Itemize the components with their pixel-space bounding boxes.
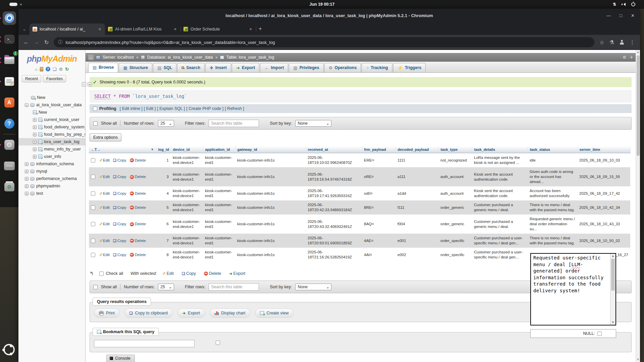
profiling-link-label[interactable]: Edit bbox=[146, 106, 154, 111]
tab-tracking[interactable]: ◔Tracking bbox=[362, 63, 392, 72]
copy-row-link[interactable]: ❏Copy bbox=[113, 158, 126, 163]
number-of-rows-select[interactable]: 25⌄ bbox=[158, 120, 174, 127]
tab-sql[interactable]: ▧SQL bbox=[153, 63, 176, 72]
column-header-application_id[interactable]: application_id bbox=[203, 146, 235, 153]
unlink-panel-icon[interactable]: ∞ bbox=[88, 82, 92, 86]
edit-row-link[interactable]: ✎Edit bbox=[99, 174, 110, 179]
edit-row-link[interactable]: ✎Edit bbox=[99, 252, 110, 257]
row-checkbox[interactable] bbox=[91, 191, 95, 196]
column-header-decoded_payload[interactable]: decoded_payload bbox=[395, 146, 438, 153]
edit-row-link[interactable]: ✎Edit bbox=[99, 205, 110, 210]
sidebar-item-food_delivery_system_log[interactable]: +food_delivery_system_log bbox=[18, 123, 85, 131]
back-icon[interactable]: ← bbox=[23, 39, 29, 45]
check-all-checkbox[interactable] bbox=[99, 272, 104, 276]
browser-titlebar[interactable]: localhost / localhost / ai_lora_kiosk_us… bbox=[18, 9, 640, 22]
collapse-icon[interactable]: − bbox=[25, 103, 29, 107]
sidebar-item-current_kiosk_user[interactable]: +current_kiosk_user bbox=[18, 116, 85, 123]
delete-row-link[interactable]: Delete bbox=[130, 205, 146, 210]
bookmark-public-checkbox[interactable] bbox=[216, 341, 220, 345]
sort-arrow-icon[interactable]: ▼ bbox=[151, 148, 154, 151]
sidebar-item-test[interactable]: +test bbox=[18, 190, 85, 197]
page-settings-gear-icon[interactable]: ⚙ bbox=[623, 55, 626, 60]
copy-to-clipboard-button[interactable]: ❏Copy to clipboard bbox=[124, 308, 173, 318]
profiling-link-label[interactable]: Refresh bbox=[227, 106, 242, 111]
tab-triggers[interactable]: ⚡Triggers bbox=[393, 63, 426, 72]
page-scrollbar[interactable]: ▲ ▼ bbox=[636, 50, 640, 362]
delete-row-link[interactable]: Delete bbox=[130, 158, 146, 163]
sidebar-item-ai_lora_kiosk_user_data[interactable]: −ai_lora_kiosk_user_data bbox=[18, 101, 85, 109]
scrollbar-thumb[interactable] bbox=[611, 259, 615, 291]
collapse-all-icon[interactable]: − bbox=[82, 82, 86, 86]
copy-row-link[interactable]: ❏Copy bbox=[113, 238, 126, 243]
expand-icon[interactable]: + bbox=[25, 184, 29, 188]
recent-button[interactable]: Recent bbox=[22, 75, 41, 82]
dock-ssd-drive-button[interactable]: SSD bbox=[3, 159, 16, 173]
expand-icon[interactable]: + bbox=[33, 118, 37, 122]
profiling-link[interactable]: [ Edit inline ] bbox=[120, 106, 143, 111]
column-header-task_status[interactable]: task_status bbox=[528, 146, 577, 153]
edit-row-link[interactable]: ✎Edit bbox=[99, 238, 110, 243]
clock[interactable]: Jun 19 00:17 bbox=[309, 2, 334, 7]
dock-text-editor-button[interactable] bbox=[3, 75, 16, 88]
refresh-icon[interactable]: ↻ bbox=[65, 67, 69, 71]
network-icon[interactable]: ⇅ bbox=[613, 2, 616, 7]
delete-row-link[interactable]: Delete bbox=[130, 174, 146, 179]
tab-search-chevron-icon[interactable]: ⌄ bbox=[22, 26, 26, 32]
profile-avatar-icon[interactable] bbox=[619, 40, 625, 45]
search-table-input[interactable]: Search this table bbox=[209, 283, 259, 291]
column-header-gateway_id[interactable]: gateway_id bbox=[235, 146, 306, 153]
tab-export[interactable]: ➔Export bbox=[232, 63, 260, 72]
row-checkbox[interactable] bbox=[91, 175, 95, 179]
breadcrumb-back-icon[interactable]: ← bbox=[88, 55, 94, 60]
volume-icon[interactable] bbox=[622, 3, 626, 6]
delete-row-link[interactable]: Delete bbox=[130, 252, 146, 257]
expand-icon[interactable]: ✕ bbox=[628, 54, 634, 60]
sidebar-item-food_items_by_prep_station[interactable]: +food_items_by_prep_station bbox=[18, 131, 85, 138]
expand-icon[interactable]: + bbox=[33, 140, 37, 144]
logout-icon[interactable] bbox=[40, 67, 43, 71]
sidebar-item-user_info[interactable]: +user_info bbox=[18, 153, 85, 160]
sidebar-item-performance_schema[interactable]: +performance_schema bbox=[18, 175, 85, 182]
expand-icon[interactable]: + bbox=[25, 170, 29, 173]
null-checkbox[interactable] bbox=[597, 331, 602, 336]
scroll-down-icon[interactable]: ▼ bbox=[636, 357, 640, 362]
tab-structure[interactable]: ▦Structure bbox=[119, 63, 152, 72]
search-table-input[interactable]: Search this table bbox=[209, 120, 259, 127]
expand-icon[interactable]: + bbox=[25, 177, 29, 181]
copy-row-link[interactable]: ❏Copy bbox=[113, 205, 126, 210]
address-bar[interactable]: ⓘ localhost/phpmyadmin/index.php?route=/… bbox=[54, 37, 594, 47]
profiling-link-label[interactable]: Explain SQL bbox=[159, 106, 182, 111]
new-tab-button[interactable]: + bbox=[259, 25, 262, 32]
tab-insert[interactable]: ✚Insert bbox=[205, 63, 231, 72]
sidebar-item-new[interactable]: New bbox=[18, 109, 85, 116]
column-header-server_time[interactable]: server_time bbox=[577, 146, 630, 153]
sidebar-item-information_schema[interactable]: +information_schema bbox=[18, 160, 85, 168]
column-header-frm_payload[interactable]: frm_payload bbox=[362, 146, 395, 153]
cell-editor[interactable]: Requested user-specific menu / deal [LLM… bbox=[530, 253, 616, 325]
phpmyadmin-logo[interactable]: phpMyAdmin bbox=[18, 54, 85, 64]
favorites-button[interactable]: Favorites bbox=[43, 75, 66, 82]
dock-help-button[interactable]: ? bbox=[3, 117, 16, 130]
sidebar-item-mysql[interactable]: +mysql bbox=[18, 168, 85, 175]
docs-icon[interactable]: ❏ bbox=[53, 67, 57, 71]
tab-operations[interactable]: ⚙Operations bbox=[324, 63, 361, 72]
profiling-link[interactable]: [ Explain SQL ] bbox=[157, 106, 185, 111]
delete-row-link[interactable]: Delete bbox=[130, 222, 146, 227]
dock-files-button[interactable]: 1 bbox=[3, 54, 16, 67]
expand-icon[interactable]: + bbox=[25, 192, 29, 195]
copy-row-link[interactable]: ❏Copy bbox=[113, 191, 126, 196]
scroll-up-icon[interactable]: ▲ bbox=[636, 50, 640, 55]
edit-selected-link[interactable]: ✎Edit bbox=[162, 271, 174, 276]
dock-settings-button[interactable]: ⚙ bbox=[3, 138, 16, 152]
profiling-link-label[interactable]: Edit inline bbox=[122, 106, 140, 111]
expand-icon[interactable]: + bbox=[33, 125, 37, 129]
site-info-icon[interactable]: ⓘ bbox=[58, 39, 62, 45]
editor-scrollbar[interactable]: ▲ ▼ bbox=[610, 254, 615, 325]
forward-icon[interactable]: → bbox=[34, 39, 39, 45]
bookmark-star-icon[interactable]: ☆ bbox=[599, 39, 604, 46]
export-selected-link[interactable]: ➔Export bbox=[229, 271, 245, 276]
row-checkbox[interactable] bbox=[91, 205, 95, 210]
browser-tab[interactable]: localhost / localhost / ai_✕ bbox=[30, 23, 105, 35]
power-icon[interactable] bbox=[631, 2, 635, 6]
edit-row-link[interactable]: ✎Edit bbox=[99, 222, 110, 227]
